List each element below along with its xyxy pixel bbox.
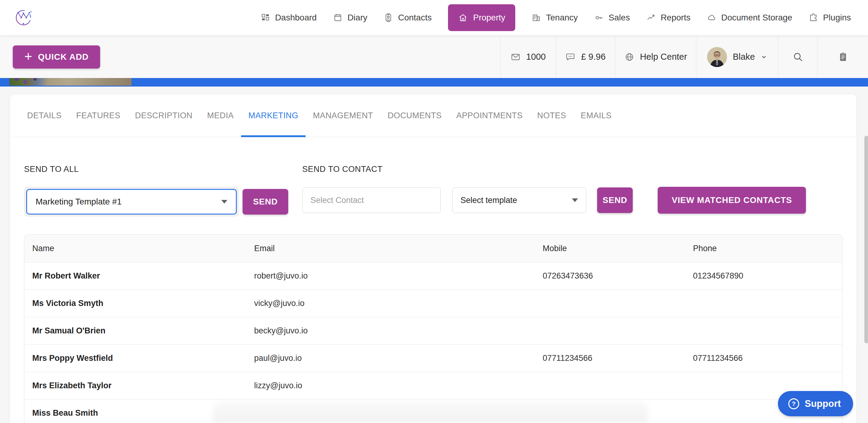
contact-name: Mr Robert Walker	[24, 271, 254, 281]
contact-mobile: 07263473636	[542, 271, 693, 281]
nav-label: Document Storage	[721, 13, 792, 23]
record-tabs: DETAILS FEATURES DESCRIPTION MEDIA MARKE…	[10, 94, 857, 137]
select-arrow-icon	[572, 198, 578, 202]
building-icon	[532, 13, 541, 22]
search-icon	[793, 52, 804, 62]
balance-amount: £ 9.96	[581, 52, 606, 62]
clipboard-cell[interactable]	[817, 36, 868, 78]
table-row[interactable]: Ms Victoria Smyth vicky@juvo.io	[24, 289, 842, 317]
col-header-name: Name	[24, 244, 254, 253]
nav-item-diary[interactable]: Diary	[333, 13, 367, 23]
marketing-template-select[interactable]: Marketing Template #1	[26, 189, 237, 215]
table-row[interactable]: Mrs Elizabeth Taylor lizzy@juvo.io	[24, 372, 842, 399]
juvo-logo-icon[interactable]	[14, 8, 33, 27]
contacts-table: Name Email Mobile Phone Mr Robert Walker…	[24, 234, 842, 423]
contact-name: Ms Victoria Smyth	[24, 299, 254, 308]
support-label: Support	[805, 398, 841, 409]
home-icon	[458, 13, 468, 23]
clipboard-icon	[838, 52, 848, 62]
contact-card-icon	[384, 13, 393, 22]
chat-bubble-icon	[565, 52, 575, 62]
tab-features[interactable]: FEATURES	[69, 94, 127, 137]
contact-name: Mrs Poppy Westfield	[24, 354, 254, 363]
col-header-email: Email	[254, 244, 542, 253]
nav-item-plugins[interactable]: Plugins	[809, 13, 851, 23]
cloud-icon	[707, 13, 716, 22]
contact-phone: 01234567890	[693, 271, 842, 281]
calendar-icon	[333, 13, 342, 22]
user-name: Blake	[733, 52, 755, 62]
send-to-contact-button[interactable]: SEND	[597, 188, 633, 213]
email-credits-cell[interactable]: 1000	[500, 36, 556, 78]
support-button[interactable]: ? Support	[778, 391, 853, 416]
nav-item-contacts[interactable]: Contacts	[384, 13, 432, 23]
contact-email: becky@juvo.io	[254, 326, 542, 336]
help-center-label: Help Center	[640, 52, 687, 62]
trend-up-icon	[646, 13, 656, 22]
contact-template-select[interactable]: Select template	[452, 188, 586, 213]
property-record-card: DETAILS FEATURES DESCRIPTION MEDIA MARKE…	[10, 94, 857, 423]
table-row[interactable]: Mrs Poppy Westfield paul@juvo.io 0771123…	[24, 344, 842, 372]
col-header-phone: Phone	[693, 244, 842, 253]
contact-email: robert@juvo.io	[254, 271, 542, 281]
user-menu-cell[interactable]: Blake	[696, 36, 778, 78]
help-center-cell[interactable]: Help Center	[615, 36, 696, 78]
contact-name: Mrs Elizabeth Taylor	[24, 381, 254, 390]
nav-label: Property	[473, 13, 505, 23]
tab-documents[interactable]: DOCUMENTS	[380, 94, 449, 137]
nav-label: Tenancy	[546, 13, 578, 23]
nav-label: Reports	[661, 13, 690, 23]
send-to-all-section: SEND TO ALL Marketing Template #1 SEND	[24, 165, 292, 217]
nav-item-sales[interactable]: Sales	[594, 13, 630, 23]
nav-label: Contacts	[398, 13, 432, 23]
send-to-contact-label: SEND TO CONTACT	[302, 165, 806, 174]
nav-item-reports[interactable]: Reports	[646, 13, 690, 23]
contact-email: paul@juvo.io	[254, 354, 542, 363]
tab-notes[interactable]: NOTES	[530, 94, 574, 137]
nav-item-tenancy[interactable]: Tenancy	[532, 13, 578, 23]
avatar	[707, 47, 727, 67]
tab-emails[interactable]: EMAILS	[574, 94, 619, 137]
table-row[interactable]: Mr Robert Walker robert@juvo.io 07263473…	[24, 262, 842, 289]
nav-label: Dashboard	[275, 13, 317, 23]
question-circle-icon: ?	[788, 398, 800, 410]
grid-icon	[261, 13, 270, 22]
select-arrow-icon	[221, 200, 227, 204]
balance-cell[interactable]: £ 9.96	[556, 36, 615, 78]
nav-item-dashboard[interactable]: Dashboard	[261, 13, 317, 23]
send-to-all-label: SEND TO ALL	[24, 165, 292, 174]
tab-description[interactable]: DESCRIPTION	[128, 94, 200, 137]
tab-media[interactable]: MEDIA	[200, 94, 241, 137]
col-header-mobile: Mobile	[542, 244, 693, 253]
top-navbar: Dashboard Diary Contacts	[0, 0, 868, 35]
selected-template-value: Marketing Template #1	[36, 197, 122, 207]
send-to-contact-section: SEND TO CONTACT Select template SEND VIE…	[302, 165, 806, 217]
tab-appointments[interactable]: APPOINTMENTS	[449, 94, 530, 137]
nav-item-property[interactable]: Property	[448, 4, 515, 31]
send-to-all-button[interactable]: SEND	[243, 189, 288, 215]
vertical-scrollbar-thumb[interactable]	[864, 136, 868, 343]
view-matched-contacts-button[interactable]: VIEW MATCHED CONTACTS	[658, 187, 806, 214]
contact-phone: 07711234566	[693, 354, 842, 363]
tab-management[interactable]: MANAGEMENT	[306, 94, 380, 137]
key-icon	[594, 13, 603, 22]
nav-label: Plugins	[823, 13, 851, 23]
nav-item-document-storage[interactable]: Document Storage	[707, 13, 792, 23]
select-contact-input[interactable]	[302, 188, 441, 213]
app-window: Dashboard Diary Contacts	[0, 0, 868, 423]
main-nav: Dashboard Diary Contacts	[261, 4, 851, 31]
quick-add-button[interactable]: + QUICK ADD	[13, 46, 100, 68]
table-row[interactable]: Mr Samual O'Brien becky@juvo.io	[24, 317, 842, 344]
search-cell[interactable]	[778, 36, 817, 78]
tab-marketing[interactable]: MARKETING	[241, 94, 306, 137]
bottom-shadow	[213, 401, 648, 423]
contact-email: lizzy@juvo.io	[254, 381, 542, 390]
quick-add-label: QUICK ADD	[38, 52, 89, 62]
nav-label: Sales	[609, 13, 630, 23]
globe-icon	[624, 52, 634, 62]
contact-email: vicky@juvo.io	[254, 299, 542, 308]
svg-text:?: ?	[792, 400, 796, 407]
tab-details[interactable]: DETAILS	[20, 94, 69, 137]
contact-mobile: 07711234566	[542, 354, 693, 363]
contact-name: Mr Samual O'Brien	[24, 326, 254, 336]
